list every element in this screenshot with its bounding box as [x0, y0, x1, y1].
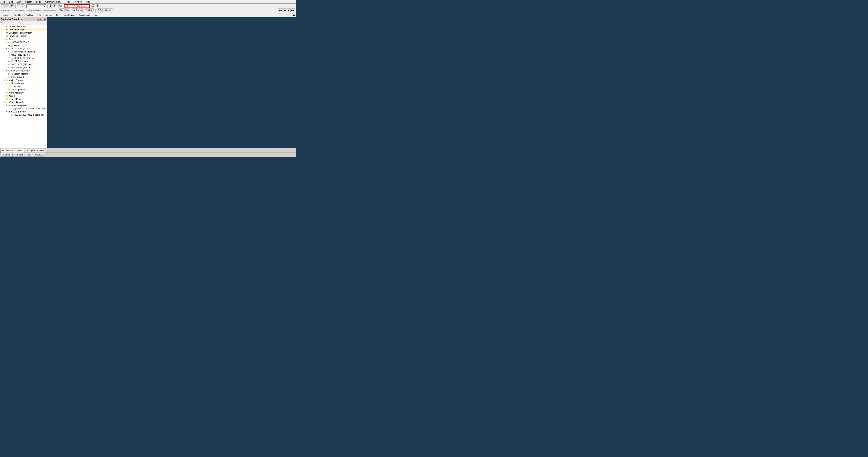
- tree-item-ms0128p09[interactable]: ⏱ ms0128p09 (128 ms): [0, 63, 47, 66]
- menu-view[interactable]: View: [16, 1, 22, 3]
- menu-logic[interactable]: Logic: [35, 1, 42, 3]
- tree-item-controller-sazonador[interactable]: ▼ 🖥 Controller Sazonador: [0, 25, 47, 28]
- tree-item-motion-group[interactable]: ▼ ⚙ MotionGroup: [0, 82, 47, 85]
- expand-controller-sazonador[interactable]: ▼: [1, 26, 3, 27]
- tree-item-l3100erms2-1[interactable]: 🖥 [0] 5069-L3100ERMS2 Sazonador: [0, 107, 47, 110]
- tree-item-tasks[interactable]: ▼ 📁 Tasks: [0, 37, 47, 41]
- no-forces-button[interactable]: No Forces: [72, 8, 83, 12]
- tree-item-ms0064p14[interactable]: ▼ ⏱ ms0064p14 (63.999 ms): [0, 56, 47, 60]
- tree-item-master[interactable]: ⚙ Master: [0, 85, 47, 88]
- tree-item-power-up-handler[interactable]: 🏷 Power-Up Handler: [0, 34, 47, 37]
- instr-tab-bit[interactable]: Bit: [55, 13, 60, 17]
- menu-file[interactable]: File: [1, 1, 6, 3]
- status-tab-search-results[interactable]: 🔍 Search Results: [12, 153, 32, 157]
- path-label: Path: [58, 5, 63, 7]
- expand-ms0010p10[interactable]: ▼: [5, 48, 8, 50]
- icon-alarm-manager: 📁: [5, 91, 8, 94]
- rem-prog-button[interactable]: Rem Prog: [59, 8, 69, 12]
- icon-safety-program: 📋: [10, 72, 13, 75]
- expand-motion-group[interactable]: ▼: [5, 82, 8, 84]
- instr-tab-alarms[interactable]: Alarms: [45, 13, 54, 17]
- instr-tab-cor[interactable]: Cor: [93, 13, 98, 17]
- nav-next-button[interactable]: ▶: [287, 8, 290, 12]
- expand-a1a2-ethernet[interactable]: ▼: [5, 111, 8, 113]
- redo-button[interactable]: ↪: [21, 4, 24, 8]
- tree-item-fault-handler[interactable]: 🏷 Controller Fault Handler: [0, 31, 47, 34]
- expand-safety-task[interactable]: ▼: [5, 70, 8, 72]
- tree-item-io-config[interactable]: ▼ 📁 I/O Configuration: [0, 101, 47, 104]
- nav-left-button[interactable]: ◀◀: [278, 8, 283, 12]
- menu-window[interactable]: Window: [73, 1, 83, 3]
- expand-motion-groups[interactable]: ▼: [3, 79, 5, 81]
- expand-io-config[interactable]: ▼: [3, 101, 5, 103]
- instr-tab-timer-counter[interactable]: Timer/Counter: [61, 13, 76, 17]
- tree-item-ms0008p08[interactable]: ▼ ⏱ ms0008p08 (8 ms): [0, 41, 47, 44]
- tree-item-ms0048p12[interactable]: ⏱ ms0048p12 (48 ms): [0, 53, 47, 56]
- tab-logical-organizer[interactable]: 🗂 Logical Organizer: [25, 149, 46, 153]
- status-tab-errors[interactable]: ⚠ Errors: [1, 153, 12, 157]
- tree-item-alarm-manager[interactable]: 📁 Alarm Manager: [0, 91, 47, 94]
- go-online-button[interactable]: ●: [92, 4, 95, 8]
- download-button[interactable]: ⬇: [49, 4, 52, 8]
- expand-ms0064p14[interactable]: ▼: [5, 57, 8, 59]
- tree-item-performance-tracking[interactable]: ▶ 📋 Performance_Tracking: [0, 50, 47, 53]
- tree-item-safety-task[interactable]: ▼ ⏱ SafetyTask (20 ms): [0, 69, 47, 72]
- menu-edit[interactable]: Edit: [8, 1, 13, 3]
- tree-item-controller-tags[interactable]: 🏷 Controller Tags: [0, 28, 47, 31]
- instr-tab-plantpax[interactable]: PlantPAx: [24, 13, 34, 17]
- controller-select[interactable]: [26, 4, 46, 8]
- tree-item-logical-model[interactable]: 📁 Logical Model: [0, 97, 47, 101]
- path-input[interactable]: [64, 4, 90, 8]
- status-tab-watch[interactable]: 👁 Watch: [33, 153, 44, 157]
- instr-tab-safety[interactable]: Safety: [35, 13, 43, 17]
- expand-safety-program[interactable]: ▶: [8, 73, 10, 75]
- tree-item-a1a2-ethernet[interactable]: ▼ 🔌 A1/A2, Ethernet: [0, 110, 47, 113]
- expand-tasks[interactable]: ▼: [3, 38, 5, 40]
- left-panel: Controller Organizer 📌 □ ✕ ⊞ ⊟ ▼ 🖥 Contr…: [0, 18, 48, 148]
- tree-item-unscheduled[interactable]: 📁 Unscheduled: [0, 75, 47, 79]
- menu-tools[interactable]: Tools: [64, 1, 71, 3]
- instr-tab-addon[interactable]: Add-On: [13, 13, 22, 17]
- expand-ms0008p08[interactable]: ▼: [5, 41, 8, 43]
- panel-close-button[interactable]: ✕: [43, 18, 46, 21]
- new-button[interactable]: 📄: [1, 4, 5, 8]
- tree-item-ms0010p10[interactable]: ▼ ⏱ ms0010p10 (10 ms): [0, 47, 47, 50]
- status-tab-search-label: Search Results: [17, 154, 31, 156]
- upload-button[interactable]: ⬆: [53, 4, 56, 8]
- tree-item-ungrouped-axes[interactable]: 📁 Ungrouped Axes: [0, 88, 47, 91]
- undo-button[interactable]: ↩: [17, 4, 20, 8]
- expand-5069-backplane[interactable]: ▼: [5, 104, 8, 106]
- no-edits-button[interactable]: No Edits: [85, 8, 94, 12]
- expand-performance-tracking[interactable]: ▶: [8, 51, 10, 53]
- expand-um-sazonador[interactable]: ▶: [8, 60, 10, 62]
- tree-item-um-sazonador[interactable]: ▶ 📋 UM_Sazonador: [0, 60, 47, 63]
- tree-container[interactable]: ▼ 🖥 Controller Sazonador 🏷 Controller Ta…: [0, 25, 47, 148]
- tree-item-5069-backplane[interactable]: ▼ 🔌 5069 Backplane: [0, 104, 47, 107]
- toggle-button[interactable]: ⚙: [96, 4, 99, 8]
- icon-l3100erms2-1: 🖥: [10, 107, 13, 110]
- menu-search[interactable]: Search: [25, 1, 33, 3]
- nav-prev-button[interactable]: ◀: [283, 8, 286, 12]
- label-l3100erms2-1: [0] 5069-L3100ERMS2 Sazonador: [13, 108, 46, 110]
- nav-right-button[interactable]: ▶▶: [290, 8, 295, 12]
- instr-tab-favorites[interactable]: Favorites: [1, 13, 11, 17]
- tree-item-assets[interactable]: 📁 Assets: [0, 94, 47, 97]
- tree-item-safety-program[interactable]: ▶ 📋 SafetyProgram: [0, 72, 47, 75]
- open-button[interactable]: 📂: [5, 4, 9, 8]
- expand-em01[interactable]: ▶: [8, 44, 10, 47]
- tree-expand-all-button[interactable]: ⊞: [0, 22, 3, 24]
- instr-scroll-right[interactable]: ▶: [293, 14, 295, 17]
- tree-collapse-all-button[interactable]: ⊟: [3, 22, 5, 24]
- instr-tab-input-output[interactable]: Input/Output: [78, 13, 91, 17]
- safety-unlocked-button[interactable]: Safety Unlocked: [97, 8, 113, 12]
- tree-item-l3100erms2-2[interactable]: 🖥 5069-L3100ERMS2 Sazonador: [0, 113, 47, 116]
- tree-item-ms0256p15[interactable]: ⏱ ms0256p15 (256 ms): [0, 66, 47, 69]
- menu-communications[interactable]: Communications: [44, 1, 62, 3]
- save-button[interactable]: 💾: [10, 4, 14, 8]
- menu-help[interactable]: Help: [85, 1, 91, 3]
- tree-item-motion-groups[interactable]: ▼ 📁 Motion Groups: [0, 79, 47, 82]
- tab-controller-organizer[interactable]: 🗂 Controller Organizer: [0, 149, 24, 153]
- panel-pin-button[interactable]: 📌: [37, 18, 40, 21]
- tree-item-em01[interactable]: ▶ 📋 EM01: [0, 44, 47, 47]
- panel-float-button[interactable]: □: [40, 18, 43, 21]
